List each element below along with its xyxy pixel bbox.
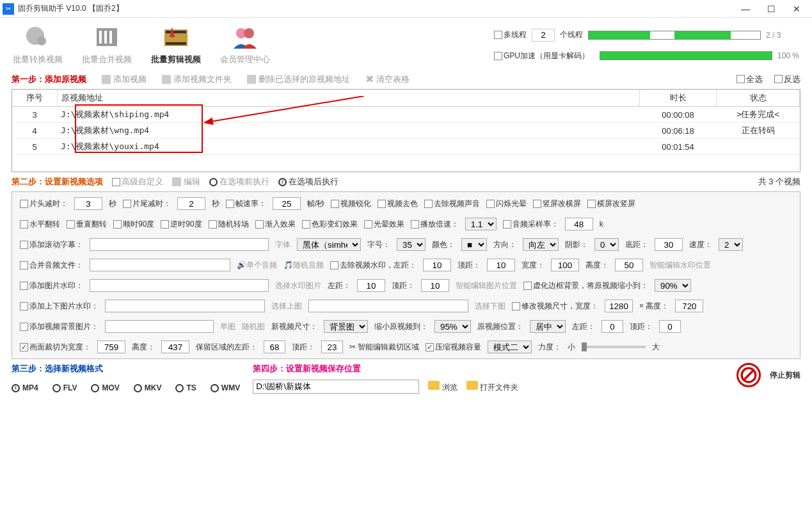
topbot-img-checkbox[interactable] xyxy=(20,302,28,310)
wm-height-input[interactable] xyxy=(615,259,643,271)
browse-button[interactable]: 浏览 xyxy=(428,381,457,393)
bg-img-checkbox[interactable] xyxy=(20,323,28,331)
save-path-input[interactable] xyxy=(253,380,419,394)
format-mov[interactable]: MOV xyxy=(91,383,119,392)
img-wm-checkbox[interactable] xyxy=(20,282,28,290)
multithread-checkbox[interactable] xyxy=(494,31,502,39)
add-folder-button[interactable]: 添加视频文件夹 xyxy=(162,74,232,85)
table-row[interactable]: 4J:\视频素材\wng.mp400:06:18正在转码 xyxy=(12,123,800,139)
img-wm-input[interactable] xyxy=(90,279,269,292)
vert2horiz-checkbox[interactable] xyxy=(533,200,541,208)
wm-width-input[interactable] xyxy=(551,259,579,271)
resize-w-input[interactable] xyxy=(605,300,633,312)
speed-select[interactable]: 1.1 xyxy=(465,218,497,230)
merge-audio-input[interactable] xyxy=(90,259,230,271)
hflip-checkbox[interactable] xyxy=(20,220,28,229)
cw90-checkbox[interactable] xyxy=(113,220,122,229)
merge-audio-checkbox[interactable] xyxy=(20,261,28,269)
audio-rate-input[interactable] xyxy=(565,218,593,230)
after-radio[interactable] xyxy=(278,178,287,186)
format-mkv[interactable]: MKV xyxy=(134,383,162,392)
fps-input[interactable] xyxy=(273,197,301,210)
member-center-button[interactable]: 会员管理中心 xyxy=(220,24,270,65)
bot-img-input[interactable] xyxy=(308,300,468,312)
font-size-select[interactable]: 35 xyxy=(397,238,426,251)
stop-button[interactable] xyxy=(736,363,761,387)
col-duration[interactable]: 时长 xyxy=(640,90,717,107)
keep-top-input[interactable] xyxy=(321,341,343,353)
col-path[interactable]: 原视频地址 xyxy=(57,90,640,107)
choose-top-btn[interactable]: 选择上图 xyxy=(271,301,302,312)
edit-button[interactable]: 编辑 xyxy=(172,176,200,188)
add-video-button[interactable]: 添加视频 xyxy=(102,74,147,85)
head-trim-checkbox[interactable] xyxy=(20,200,28,208)
delete-selected-button[interactable]: 删除已选择的原视频地址 xyxy=(247,74,350,85)
thread-count-input[interactable] xyxy=(532,29,555,42)
choose-wm-btn[interactable]: 选择水印图片 xyxy=(275,280,321,291)
remove-wm-checkbox[interactable] xyxy=(330,261,338,269)
keep-left-input[interactable] xyxy=(264,341,285,353)
smart-img-btn[interactable]: 智能编辑图片位置 xyxy=(456,280,517,291)
rand-trans-checkbox[interactable] xyxy=(209,220,217,229)
shadow-select[interactable]: 0 xyxy=(594,238,619,251)
format-flv[interactable]: FLV xyxy=(52,383,77,392)
img-top-input[interactable] xyxy=(421,279,449,292)
invert-checkbox[interactable] xyxy=(774,75,783,83)
resize-checkbox[interactable] xyxy=(512,302,520,310)
fps-checkbox[interactable] xyxy=(226,200,234,208)
pos-top-input[interactable] xyxy=(659,320,681,333)
speed-checkbox[interactable] xyxy=(411,220,419,229)
smart-crop-btn[interactable]: ✂ 智能编辑裁切区域 xyxy=(349,342,419,353)
head-trim-input[interactable] xyxy=(74,197,102,210)
advanced-checkbox[interactable] xyxy=(112,178,120,186)
select-all-checkbox[interactable] xyxy=(736,75,745,83)
gpu-checkbox[interactable] xyxy=(494,52,502,60)
single-img-btn[interactable]: 单图 xyxy=(220,321,235,332)
tail-trim-input[interactable] xyxy=(177,197,205,210)
font-color-select[interactable]: ■ xyxy=(461,238,487,251)
img-left-input[interactable] xyxy=(357,279,385,292)
wm-left-input[interactable] xyxy=(423,259,451,271)
bg-img-input[interactable] xyxy=(105,320,214,333)
clear-table-button[interactable]: ✖清空表格 xyxy=(365,73,410,85)
compress-mode-select[interactable]: 模式二 xyxy=(488,341,532,353)
format-wmv[interactable]: WMV xyxy=(211,383,240,392)
scroll-text-checkbox[interactable] xyxy=(20,241,28,249)
crop-checkbox[interactable] xyxy=(20,343,28,351)
new-size-select[interactable]: 背景图 xyxy=(324,320,368,333)
minimize-button[interactable]: — xyxy=(733,0,758,18)
crop-w-input[interactable] xyxy=(97,341,125,353)
ccw90-checkbox[interactable] xyxy=(161,220,169,229)
top-img-input[interactable] xyxy=(105,300,265,312)
random-audio-btn[interactable]: 🎵随机音频 xyxy=(283,260,324,271)
single-audio-btn[interactable]: 🔊单个音频 xyxy=(237,260,277,271)
scroll-speed-select[interactable]: 2 xyxy=(719,238,743,251)
desat-checkbox[interactable] xyxy=(378,200,386,208)
batch-edit-button[interactable]: 批量剪辑视频 xyxy=(151,24,201,65)
horiz2vert-checkbox[interactable] xyxy=(587,200,596,208)
table-row[interactable]: 3J:\视频素材\shiping.mp400:00:08>任务完成< xyxy=(12,107,800,123)
direction-select[interactable]: 向左 xyxy=(523,238,559,251)
shrink-select[interactable]: 95% xyxy=(434,320,471,333)
batch-merge-button[interactable]: 批量合并视频 xyxy=(82,24,132,65)
before-radio[interactable] xyxy=(209,178,218,186)
resize-h-input[interactable] xyxy=(675,300,703,312)
choose-bot-btn[interactable]: 选择下图 xyxy=(475,301,506,312)
format-ts[interactable]: TS xyxy=(175,383,196,392)
flash-checkbox[interactable] xyxy=(486,200,495,208)
scroll-text-input[interactable] xyxy=(90,238,269,251)
blur-border-checkbox[interactable] xyxy=(523,282,532,290)
maximize-button[interactable]: ☐ xyxy=(758,0,784,18)
pos-left-input[interactable] xyxy=(601,320,623,333)
bottom-margin-input[interactable] xyxy=(655,238,683,251)
open-folder-button[interactable]: 打开文件夹 xyxy=(466,381,518,393)
smart-wm-btn[interactable]: 智能编辑水印位置 xyxy=(649,260,711,271)
format-mp4[interactable]: MP4 xyxy=(12,383,38,392)
color-shift-checkbox[interactable] xyxy=(302,220,310,229)
random-img-btn[interactable]: 随机图 xyxy=(242,321,265,332)
crop-h-input[interactable] xyxy=(161,341,189,353)
col-status[interactable]: 状态 xyxy=(717,90,800,107)
fade-checkbox[interactable] xyxy=(255,220,264,229)
wm-top-input[interactable] xyxy=(487,259,515,271)
audio-rate-checkbox[interactable] xyxy=(503,220,511,229)
